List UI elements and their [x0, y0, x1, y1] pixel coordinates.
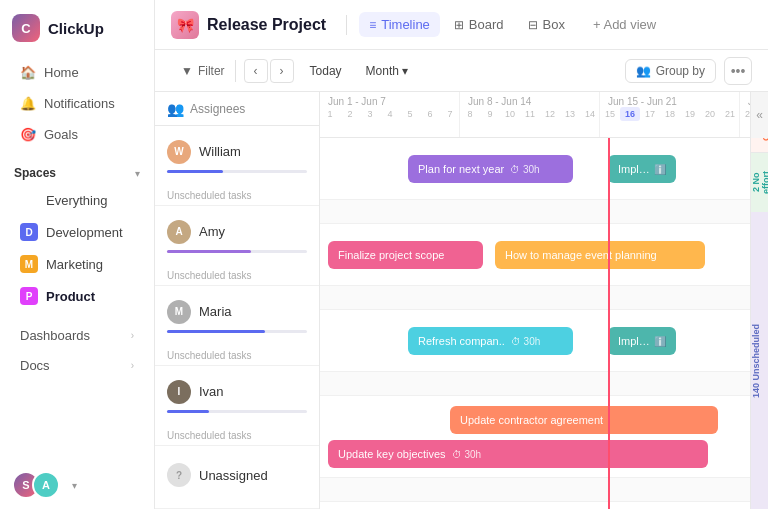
gantt-body-row-amy: Finalize project scope How to manage eve… — [320, 224, 768, 286]
avatar-william: W — [167, 140, 191, 164]
avatar-amy: A — [167, 220, 191, 244]
sidebar-item-docs[interactable]: Docs › — [6, 351, 148, 380]
prev-button[interactable]: ‹ — [244, 59, 268, 83]
tab-timeline-label: Timeline — [381, 17, 430, 32]
today-line — [608, 138, 610, 509]
sidebar-item-docs-label: Docs — [20, 358, 50, 373]
unscheduled-label: 140 Unscheduled — [751, 212, 769, 509]
gantt-unscheduled-amy — [320, 286, 768, 310]
gantt-body: Plan for next year ⏱ 30h Implem.. ℹ️ Fin… — [320, 138, 768, 509]
product-icon: P — [20, 287, 38, 305]
unscheduled-ivan: Unscheduled tasks — [155, 428, 319, 445]
date-num: 7 — [440, 107, 460, 121]
date-numbers-3: 15 16 17 18 19 20 21 — [600, 107, 739, 121]
unscheduled-text: Unscheduled — [751, 323, 761, 380]
person-name-amy: Amy — [199, 224, 225, 239]
date-num: 2 — [340, 107, 360, 121]
gantt-unscheduled-maria — [320, 372, 768, 396]
avatar-maria: M — [167, 300, 191, 324]
task-hours: ⏱ 30h — [511, 336, 540, 347]
task-bar-implem-2[interactable]: Implem.. ℹ️ — [608, 327, 676, 355]
gantt-unscheduled-ivan — [320, 478, 768, 502]
task-bar-implem-1[interactable]: Implem.. ℹ️ — [608, 155, 676, 183]
person-row-amy: A Amy — [155, 206, 319, 268]
progress-bg-maria — [167, 330, 307, 333]
sidebar-item-everything[interactable]: ⊞ Everything — [6, 185, 148, 215]
date-numbers-2: 8 9 10 11 12 13 14 — [460, 107, 599, 121]
date-num: 15 — [600, 107, 620, 121]
task-bar-refresh[interactable]: Refresh compan.. ⏱ 30h — [408, 327, 573, 355]
date-num: 21 — [720, 107, 740, 121]
person-row-ivan: I Ivan — [155, 366, 319, 428]
task-label: Refresh compan.. — [418, 335, 505, 347]
sidebar-item-development[interactable]: D Development — [6, 217, 148, 247]
person-info-william: W William — [167, 140, 307, 164]
project-icon: 🎀 — [171, 11, 199, 39]
gantt-body-row-william: Plan for next year ⏱ 30h Implem.. ℹ️ — [320, 138, 768, 200]
progress-fill-william — [167, 170, 223, 173]
month-chevron-icon: ▾ — [402, 64, 408, 78]
add-view-button[interactable]: + Add view — [583, 12, 666, 37]
collapse-button[interactable]: « — [750, 92, 768, 138]
date-num: 1 — [320, 107, 340, 121]
date-group-3: Jun 15 - Jun 21 15 16 17 18 19 20 21 — [600, 92, 740, 137]
tab-board-label: Board — [469, 17, 504, 32]
date-numbers-1: 1 2 3 4 5 6 7 — [320, 107, 459, 121]
avatar-secondary: A — [32, 471, 60, 499]
nav-arrows: ‹ › — [244, 59, 294, 83]
sidebar-bottom-nav: Dashboards › Docs › — [0, 320, 154, 381]
sidebar-item-product-label: Product — [46, 289, 95, 304]
group-by-icon: 👥 — [636, 64, 651, 78]
task-bar-finalize[interactable]: Finalize project scope — [328, 241, 483, 269]
task-bar-contractor[interactable]: Update contractor agreement — [450, 406, 718, 434]
task-bar-event-planning[interactable]: How to manage event planning — [495, 241, 705, 269]
footer-chevron-icon[interactable]: ▾ — [72, 480, 77, 491]
date-num: 14 — [580, 107, 600, 121]
date-num: 13 — [560, 107, 580, 121]
next-button[interactable]: › — [270, 59, 294, 83]
date-num: 9 — [480, 107, 500, 121]
logo-area[interactable]: C ClickUp — [0, 0, 154, 52]
sidebar-item-notifications[interactable]: 🔔 Notifications — [6, 88, 148, 118]
sidebar-item-dashboards[interactable]: Dashboards › — [6, 321, 148, 350]
sidebar-item-home-label: Home — [44, 65, 79, 80]
docs-arrow-icon: › — [131, 360, 134, 371]
page-header: 🎀 Release Project ≡ Timeline ⊞ Board ⊟ B… — [155, 0, 768, 50]
gantt-right-panel: Jun 1 - Jun 7 1 2 3 4 5 6 7 Jun 8 - Jun … — [320, 92, 768, 509]
spaces-arrow-icon[interactable]: ▾ — [135, 168, 140, 179]
goals-icon: 🎯 — [20, 126, 36, 142]
today-button[interactable]: Today — [302, 60, 350, 82]
task-label: Finalize project scope — [338, 249, 444, 261]
more-options-button[interactable]: ••• — [724, 57, 752, 85]
gantt-left-header: 👥 Assignees — [155, 92, 319, 126]
task-label: How to manage event planning — [505, 249, 657, 261]
dev-icon: D — [20, 223, 38, 241]
gantt-row-maria: M Maria Unscheduled tasks — [155, 286, 319, 366]
sidebar-item-notifications-label: Notifications — [44, 96, 115, 111]
tab-box[interactable]: ⊟ Box — [518, 12, 575, 37]
task-bar-key-objectives[interactable]: Update key objectives ⏱ 30h — [328, 440, 708, 468]
person-info-amy: A Amy — [167, 220, 307, 244]
sidebar-item-goals[interactable]: 🎯 Goals — [6, 119, 148, 149]
date-num: 8 — [460, 107, 480, 121]
filter-label: Filter — [198, 64, 225, 78]
task-bar-plan-next-year[interactable]: Plan for next year ⏱ 30h — [408, 155, 573, 183]
tab-timeline[interactable]: ≡ Timeline — [359, 12, 440, 37]
box-icon: ⊟ — [528, 18, 538, 32]
progress-bg-william — [167, 170, 307, 173]
no-effort-count: 2 — [751, 187, 761, 192]
tab-board[interactable]: ⊞ Board — [444, 12, 514, 37]
task-label: Update key objectives — [338, 448, 446, 460]
person-row-unassigned: ? Unassigned — [155, 446, 319, 508]
task-info: ℹ️ — [654, 336, 666, 347]
sidebar-item-marketing[interactable]: M Marketing — [6, 249, 148, 279]
group-by-button[interactable]: 👥 Group by — [625, 59, 716, 83]
progress-fill-ivan — [167, 410, 209, 413]
sidebar-item-home[interactable]: 🏠 Home — [6, 57, 148, 87]
date-num: 19 — [680, 107, 700, 121]
task-label: Plan for next year — [418, 163, 504, 175]
filter-button[interactable]: ▼ Filter — [171, 60, 236, 82]
month-dropdown[interactable]: Month ▾ — [358, 60, 416, 82]
date-num: 20 — [700, 107, 720, 121]
sidebar-item-product[interactable]: P Product — [6, 281, 148, 311]
